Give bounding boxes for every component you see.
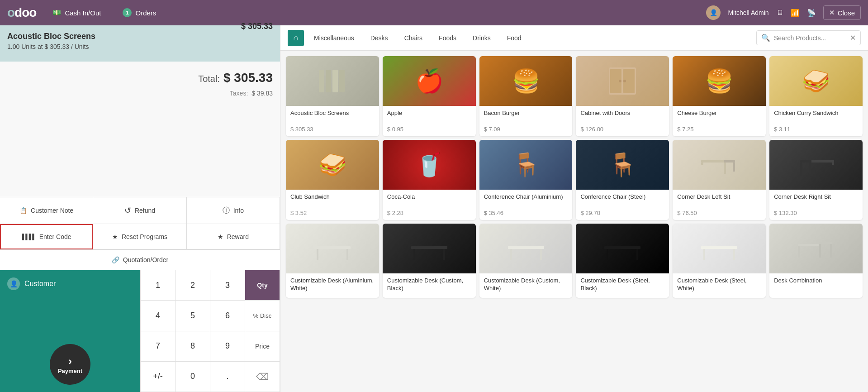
search-clear-button[interactable]: ✕: [850, 33, 856, 42]
payment-button[interactable]: › Payment: [50, 344, 90, 385]
key-9[interactable]: 9: [210, 331, 245, 362]
product-acoustic-bloc-screens[interactable]: Acoustic Bloc Screens $ 305.33: [286, 56, 379, 136]
key-7[interactable]: 7: [141, 331, 175, 362]
search-input[interactable]: [774, 34, 846, 42]
total-value: $ 305.33: [223, 71, 273, 85]
enter-code-label: Enter Code: [39, 233, 71, 240]
link-icon: 🔗: [112, 256, 119, 263]
category-desks[interactable]: Desks: [364, 31, 394, 45]
key-4[interactable]: 4: [141, 301, 175, 331]
category-food[interactable]: Food: [501, 31, 528, 45]
customer-note-button[interactable]: 📋 Customer Note: [0, 197, 93, 224]
product-conference-chair-steel[interactable]: 🪑 Conference Chair (Steel) $ 29.70: [576, 140, 669, 220]
product-name: Customizable Desk (Steel, Black): [580, 277, 664, 292]
customer-label-text: Customer: [24, 280, 56, 288]
product-price: $ 3.52: [290, 210, 375, 216]
home-category-button[interactable]: ⌂: [288, 30, 304, 46]
category-chairs[interactable]: Chairs: [398, 31, 429, 45]
product-image: [769, 224, 863, 273]
product-name: Club Sandwich: [290, 193, 375, 208]
product-customizable-desk-custom-black[interactable]: Customizable Desk (Custom, Black): [383, 224, 476, 298]
cash-inout-button[interactable]: 💵 Cash In/Out: [47, 6, 106, 19]
svg-rect-17: [832, 163, 834, 165]
key-8[interactable]: 8: [175, 331, 210, 362]
product-info: Corner Desk Left Sit $ 76.50: [673, 190, 766, 220]
key-5[interactable]: 5: [175, 301, 210, 331]
orders-button[interactable]: 1 Orders: [117, 5, 161, 20]
product-cabinet-with-doors[interactable]: Cabinet with Doors $ 126.00: [576, 56, 669, 136]
quotation-button[interactable]: 🔗 Quotation/Order: [0, 250, 280, 270]
svg-rect-22: [317, 249, 318, 260]
customer-button[interactable]: 👤 Customer: [0, 270, 140, 297]
category-misc[interactable]: Miscellaneous: [308, 31, 360, 45]
backspace-button[interactable]: ⌫: [245, 362, 280, 392]
product-image: 🥪: [769, 56, 863, 106]
product-info: Club Sandwich $ 3.52: [286, 190, 379, 220]
product-image: 🥤: [383, 140, 476, 190]
product-bacon-burger[interactable]: 🍔 Bacon Burger $ 7.09: [479, 56, 573, 136]
product-image: 🥪: [286, 140, 379, 190]
product-club-sandwich[interactable]: 🥪 Club Sandwich $ 3.52: [286, 140, 379, 220]
enter-code-button[interactable]: ▌▌▌▌ Enter Code: [0, 224, 93, 249]
reward-button[interactable]: ★ Reward: [187, 224, 280, 249]
price-button[interactable]: Price: [245, 331, 280, 362]
product-info: Conference Chair (Aluminium) $ 35.46: [479, 190, 573, 220]
product-name: Corner Desk Right Sit: [774, 193, 858, 208]
product-customizable-desk-custom-white[interactable]: Customizable Desk (Custom, White): [479, 224, 573, 298]
qty-button[interactable]: Qty: [245, 270, 280, 301]
product-corner-desk-right-sit[interactable]: Corner Desk Right Sit $ 132.30: [769, 140, 863, 220]
product-conference-chair-aluminium[interactable]: 🪑 Conference Chair (Aluminium) $ 35.46: [479, 140, 573, 220]
svg-point-7: [619, 80, 621, 82]
category-foods[interactable]: Foods: [432, 31, 463, 45]
svg-rect-19: [800, 163, 802, 176]
product-customizable-desk-aluminium-white[interactable]: Customizable Desk (Aluminium, White): [286, 224, 379, 298]
product-name: Conference Chair (Steel): [580, 193, 664, 208]
key-plusminus[interactable]: +/-: [141, 362, 175, 392]
svg-rect-31: [607, 249, 608, 260]
product-info: Desk Combination: [769, 273, 863, 297]
order-item-unit: Units at $: [21, 43, 50, 50]
product-chicken-curry-sandwich[interactable]: 🥪 Chicken Curry Sandwich $ 3.11: [769, 56, 863, 136]
avatar: 👤: [706, 5, 721, 20]
svg-rect-9: [701, 160, 726, 163]
close-button[interactable]: ✕ Close: [823, 5, 861, 20]
close-label: Close: [838, 9, 855, 17]
product-name: Conference Chair (Aluminium): [484, 193, 568, 208]
taxes-value: $ 39.83: [251, 90, 273, 97]
info-button[interactable]: ⓘ Info: [187, 197, 280, 224]
category-drinks[interactable]: Drinks: [466, 31, 497, 45]
key-1[interactable]: 1: [141, 270, 175, 301]
product-name: Acoustic Bloc Screens: [290, 110, 375, 124]
product-corner-desk-left-sit[interactable]: Corner Desk Left Sit $ 76.50: [673, 140, 766, 220]
product-apple[interactable]: 🍎 Apple $ 0.95: [383, 56, 476, 136]
product-name: Customizable Desk (Custom, White): [484, 277, 568, 292]
product-info: Customizable Desk (Steel, White): [673, 273, 766, 298]
product-cheese-burger[interactable]: 🍔 Cheese Burger $ 7.25: [673, 56, 766, 136]
action-buttons-row1: 📋 Customer Note ↺ Refund ⓘ Info: [0, 197, 280, 224]
product-coca-cola[interactable]: 🥤 Coca-Cola $ 2.28: [383, 140, 476, 220]
refund-button[interactable]: ↺ Refund: [93, 197, 186, 224]
key-6[interactable]: 6: [210, 301, 245, 331]
svg-rect-35: [733, 249, 735, 260]
svg-rect-14: [733, 163, 735, 172]
disc-button[interactable]: % Disc: [245, 301, 280, 331]
key-dot[interactable]: .: [210, 362, 245, 392]
product-info: Customizable Desk (Aluminium, White): [286, 273, 379, 298]
key-0[interactable]: 0: [175, 362, 210, 392]
product-info: Customizable Desk (Custom, White): [479, 273, 573, 298]
product-desk-combination[interactable]: Desk Combination: [769, 224, 863, 298]
product-name: Cheese Burger: [677, 110, 761, 124]
reset-programs-button[interactable]: ★ Reset Programs: [93, 224, 186, 249]
product-price: $ 35.46: [484, 210, 568, 216]
reset-programs-label: Reset Programs: [122, 233, 167, 240]
numpad: 1 2 3 Qty 4 5 6 % Disc 7 8 9 Price +/- 0…: [140, 270, 280, 392]
search-box: 🔍 ✕: [756, 30, 861, 45]
key-3[interactable]: 3: [210, 270, 245, 301]
svg-rect-29: [540, 249, 542, 260]
taxes-label: Taxes:: [230, 90, 248, 97]
chevron-icon: ›: [68, 355, 72, 368]
product-customizable-desk-steel-black[interactable]: Customizable Desk (Steel, Black): [576, 224, 669, 298]
product-customizable-desk-steel-white[interactable]: Customizable Desk (Steel, White): [673, 224, 766, 298]
product-image: [769, 140, 863, 190]
key-2[interactable]: 2: [175, 270, 210, 301]
